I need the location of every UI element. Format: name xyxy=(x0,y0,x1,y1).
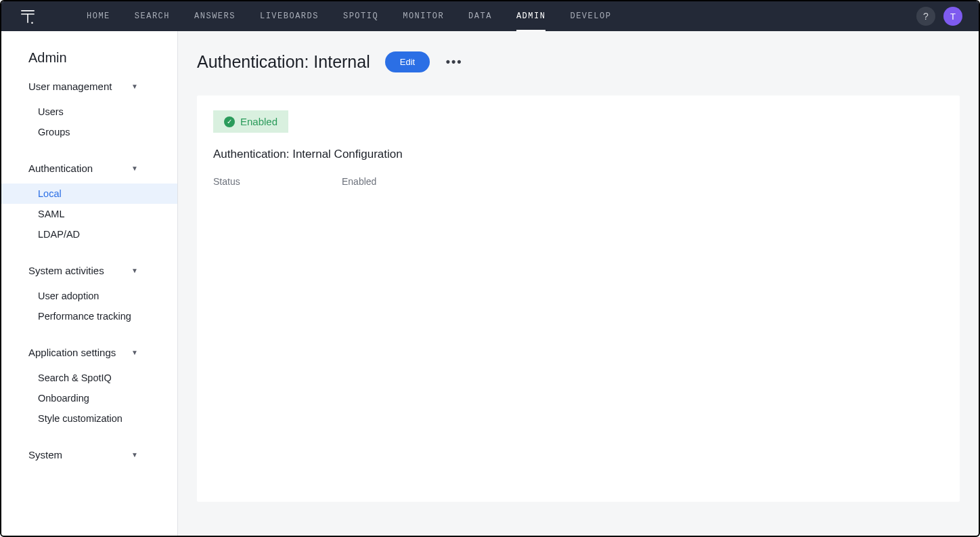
status-badge: ✓ Enabled xyxy=(213,110,288,133)
sidebar-group-authentication[interactable]: Authentication▼ xyxy=(1,163,177,174)
top-nav: HOMESEARCHANSWERSLIVEBOARDSSPOTIQMONITOR… xyxy=(1,1,979,31)
chevron-down-icon: ▼ xyxy=(131,451,138,458)
sidebar-item-groups[interactable]: Groups xyxy=(1,122,177,142)
more-menu-button[interactable]: ••• xyxy=(445,53,464,72)
sidebar: Admin User management▼UsersGroupsAuthent… xyxy=(1,31,178,537)
sidebar-group-system-activities[interactable]: System activities▼ xyxy=(1,265,177,276)
page-title: Authentication: Internal xyxy=(197,52,370,72)
chevron-down-icon: ▼ xyxy=(131,83,138,90)
sidebar-item-search-spotiq[interactable]: Search & SpotIQ xyxy=(1,368,177,388)
nav-item-search[interactable]: SEARCH xyxy=(122,1,182,31)
content-area: Authentication: Internal Edit ••• ✓ Enab… xyxy=(178,31,979,537)
status-label: Status xyxy=(213,176,315,187)
sidebar-item-users[interactable]: Users xyxy=(1,102,177,122)
chevron-down-icon: ▼ xyxy=(131,349,138,356)
sidebar-group-application-settings[interactable]: Application settings▼ xyxy=(1,347,177,358)
nav-item-home[interactable]: HOME xyxy=(74,1,122,31)
config-card: ✓ Enabled Authentication: Internal Confi… xyxy=(197,95,960,502)
chevron-down-icon: ▼ xyxy=(131,165,138,172)
nav-item-spotiq[interactable]: SPOTIQ xyxy=(331,1,391,31)
status-badge-text: Enabled xyxy=(240,116,277,127)
sidebar-item-onboarding[interactable]: Onboarding xyxy=(1,388,177,408)
svg-point-3 xyxy=(31,22,33,24)
logo-icon[interactable] xyxy=(18,5,42,27)
sidebar-item-local[interactable]: Local xyxy=(1,184,177,204)
nav-item-develop[interactable]: DEVELOP xyxy=(558,1,623,31)
sidebar-item-saml[interactable]: SAML xyxy=(1,204,177,224)
config-heading: Authentication: Internal Configuration xyxy=(213,148,943,161)
avatar[interactable]: T xyxy=(943,7,962,26)
sidebar-title: Admin xyxy=(1,50,177,66)
status-value: Enabled xyxy=(342,176,376,187)
nav-item-liveboards[interactable]: LIVEBOARDS xyxy=(248,1,331,31)
chevron-down-icon: ▼ xyxy=(131,267,138,274)
sidebar-item-performance-tracking[interactable]: Performance tracking xyxy=(1,306,177,326)
sidebar-group-label: Authentication xyxy=(28,163,93,174)
nav-item-monitor[interactable]: MONITOR xyxy=(391,1,456,31)
sidebar-item-ldap-ad[interactable]: LDAP/AD xyxy=(1,224,177,244)
sidebar-group-system[interactable]: System▼ xyxy=(1,449,177,460)
help-button[interactable]: ? xyxy=(916,7,935,26)
sidebar-item-style-customization[interactable]: Style customization xyxy=(1,408,177,429)
sidebar-item-user-adoption[interactable]: User adoption xyxy=(1,286,177,306)
sidebar-group-label: System activities xyxy=(28,265,104,276)
sidebar-group-user-management[interactable]: User management▼ xyxy=(1,81,177,92)
nav-item-answers[interactable]: ANSWERS xyxy=(182,1,248,31)
sidebar-group-label: User management xyxy=(28,81,112,92)
check-circle-icon: ✓ xyxy=(224,116,235,127)
edit-button[interactable]: Edit xyxy=(385,51,430,72)
sidebar-group-label: System xyxy=(28,449,62,460)
nav-item-data[interactable]: DATA xyxy=(456,1,504,31)
nav-item-admin[interactable]: ADMIN xyxy=(504,1,558,31)
sidebar-group-label: Application settings xyxy=(28,347,116,358)
